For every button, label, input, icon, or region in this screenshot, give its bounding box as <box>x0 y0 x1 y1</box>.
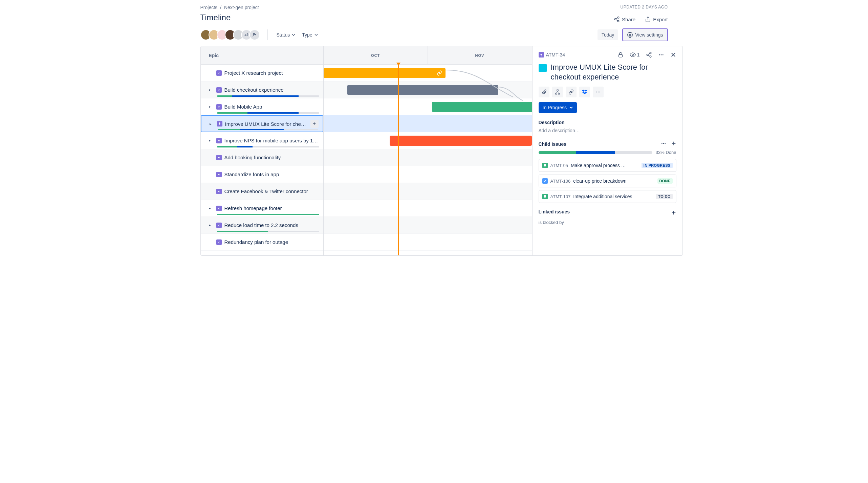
link-button[interactable] <box>566 87 577 97</box>
linked-issues-heading: Linked issues <box>539 209 570 214</box>
epic-row[interactable]: ▸Reduce load time to 2.2 seconds <box>201 217 323 234</box>
child-issues-heading: Child issues <box>539 141 566 147</box>
more-actions-button[interactable] <box>593 87 604 97</box>
share-button[interactable]: Share <box>614 16 635 22</box>
epic-icon <box>216 206 222 211</box>
page-title: Timeline <box>186 10 683 22</box>
child-key[interactable]: ATMT-107 <box>550 194 571 199</box>
issue-key[interactable]: ATMT-34 <box>539 52 565 58</box>
share-icon[interactable] <box>646 52 652 58</box>
child-issue-row[interactable]: ATMT-106clear-up price breakdownDONE <box>539 175 676 187</box>
today-line <box>398 65 399 255</box>
issue-key-text: ATMT-34 <box>546 52 565 58</box>
svg-point-1 <box>614 19 616 20</box>
timeline-lane[interactable] <box>324 82 532 98</box>
child-title: Make approval process … <box>571 163 639 168</box>
blocked-by-label: is blocked by <box>539 220 676 225</box>
svg-point-18 <box>660 54 661 55</box>
svg-rect-24 <box>558 93 560 94</box>
chevron-right-icon[interactable]: ▸ <box>210 122 214 126</box>
breadcrumb-current[interactable]: Next-gen project <box>224 5 259 10</box>
chevron-right-icon[interactable]: ▸ <box>209 105 214 109</box>
issue-title[interactable]: Improve UMUX Lite Score for checkout exp… <box>551 63 676 82</box>
child-done-label: 33% Done <box>656 150 676 155</box>
chevron-right-icon[interactable]: ▸ <box>209 206 214 210</box>
epic-title: Redundancy plan for outage <box>224 239 319 245</box>
child-issue-row[interactable]: ATMT-95Make approval process …IN PROGRES… <box>539 159 676 172</box>
timeline-bar[interactable] <box>347 85 498 95</box>
add-child-icon[interactable] <box>671 141 676 147</box>
timeline-lane[interactable] <box>324 166 532 183</box>
chevron-down-icon <box>314 33 318 37</box>
more-icon[interactable] <box>658 52 664 58</box>
timeline-lane[interactable] <box>324 132 532 149</box>
type-filter[interactable]: Type <box>301 30 319 40</box>
child-more-icon[interactable] <box>661 141 666 147</box>
epic-row[interactable]: ▸Improve UMUX Lite Score for che…+ <box>201 115 323 132</box>
type-filter-label: Type <box>302 32 312 38</box>
epic-row[interactable]: ▸Build checkout experience <box>201 82 323 98</box>
timeline-bar[interactable] <box>390 136 532 146</box>
add-issue-button[interactable]: + <box>310 120 319 128</box>
epic-row[interactable]: Project X research project <box>201 65 323 82</box>
timeline-lane[interactable] <box>324 115 532 132</box>
svg-rect-22 <box>557 90 558 91</box>
story-icon <box>542 163 548 168</box>
timeline-lane[interactable] <box>324 183 532 200</box>
status-dropdown[interactable]: In Progress <box>539 102 577 113</box>
today-button[interactable]: Today <box>598 29 618 40</box>
timeline-lane[interactable] <box>324 200 532 217</box>
timeline-lane[interactable] <box>324 98 532 115</box>
epic-row[interactable]: ▸Improve NPS for mobile app users by 1… <box>201 132 323 149</box>
svg-point-12 <box>650 52 651 54</box>
status-filter-label: Status <box>277 32 290 38</box>
add-link-icon[interactable] <box>671 211 676 216</box>
child-key[interactable]: ATMT-95 <box>550 163 568 168</box>
status-filter[interactable]: Status <box>275 30 297 40</box>
epic-row[interactable]: Standardize fonts in app <box>201 166 323 183</box>
timeline-lane[interactable] <box>324 217 532 234</box>
attach-button[interactable] <box>539 87 549 97</box>
svg-point-17 <box>659 54 660 55</box>
chevron-right-icon[interactable]: ▸ <box>209 88 214 92</box>
epic-color-swatch[interactable] <box>539 64 547 72</box>
epic-progress <box>217 112 319 114</box>
chevron-right-icon[interactable]: ▸ <box>209 223 214 227</box>
timeline-bar[interactable] <box>432 102 532 112</box>
epic-row[interactable]: Create Facebook & Twitter connector <box>201 183 323 200</box>
unlock-icon[interactable] <box>617 52 624 58</box>
export-button[interactable]: Export <box>645 16 668 22</box>
status-lozenge: DONE <box>657 178 673 184</box>
avatar-add[interactable] <box>249 29 260 40</box>
svg-point-11 <box>632 54 633 56</box>
export-label: Export <box>653 17 668 22</box>
epic-icon <box>216 155 222 160</box>
timeline-bar[interactable] <box>324 68 446 78</box>
description-placeholder[interactable]: Add a description… <box>539 128 676 133</box>
epic-icon <box>539 52 544 58</box>
epic-row[interactable]: Redundancy plan for outage <box>201 234 323 251</box>
breadcrumb-projects[interactable]: Projects <box>200 5 218 10</box>
svg-point-30 <box>598 92 599 93</box>
add-child-button[interactable] <box>552 87 563 97</box>
epic-row[interactable]: ▸Build Mobile App <box>201 98 323 115</box>
child-title: Integrate additional services <box>573 194 653 199</box>
epic-row[interactable]: ▸Refresh homepage footer <box>201 200 323 217</box>
svg-point-19 <box>662 54 663 55</box>
svg-point-0 <box>617 17 619 19</box>
watch-button[interactable]: 1 <box>630 52 640 58</box>
epic-title: Create Facebook & Twitter connector <box>224 188 319 194</box>
status-label: In Progress <box>543 105 567 110</box>
child-issue-row[interactable]: ATMT-107Integrate additional servicesTO … <box>539 190 676 203</box>
export-icon <box>645 16 651 22</box>
timeline-lane[interactable] <box>324 149 532 166</box>
dropbox-button[interactable] <box>579 87 590 97</box>
timeline-lane[interactable] <box>324 234 532 251</box>
epic-row[interactable]: Add booking functionality <box>201 149 323 166</box>
close-icon[interactable] <box>670 52 676 58</box>
view-settings-button[interactable]: View settings <box>622 28 668 41</box>
timeline-lane[interactable] <box>324 65 532 82</box>
child-key[interactable]: ATMT-106 <box>550 179 571 184</box>
epic-progress <box>217 95 319 97</box>
chevron-right-icon[interactable]: ▸ <box>209 138 214 143</box>
